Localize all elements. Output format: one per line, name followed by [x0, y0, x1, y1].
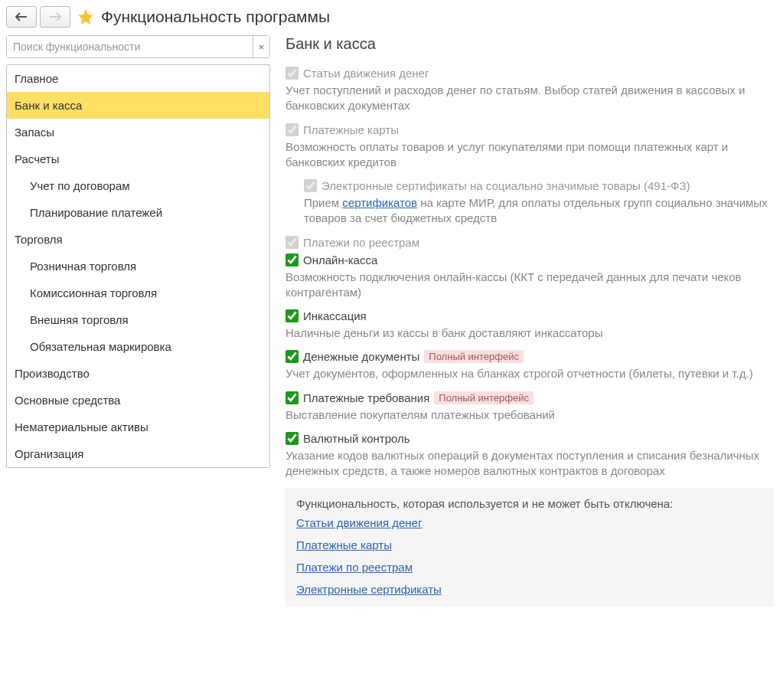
option-checkbox[interactable]	[286, 254, 299, 267]
option-checkbox	[286, 67, 299, 80]
option: Платежи по реестрам	[286, 236, 774, 249]
option-checkbox	[286, 236, 299, 249]
search-clear-button[interactable]: ×	[253, 36, 269, 57]
option-label: Валютный контроль	[303, 432, 410, 445]
search-wrap: ×	[6, 35, 270, 58]
option-label: Статьи движения денег	[303, 67, 429, 80]
nav-item[interactable]: Комиссионная торговля	[7, 280, 269, 306]
layout: × ГлавноеБанк и кассаЗапасыРасчетыУчет п…	[6, 35, 774, 607]
footer-title: Функциональность, которая используется и…	[296, 497, 763, 510]
certificates-link[interactable]: сертификатов	[342, 196, 417, 209]
option-checkbox[interactable]	[286, 309, 299, 322]
option-label: Платежи по реестрам	[303, 236, 419, 249]
option-description: Возможность подключения онлайн-кассы (КК…	[286, 270, 774, 301]
options-list: Статьи движения денегУчет поступлений и …	[286, 67, 774, 479]
footer-link[interactable]: Статьи движения денег	[296, 516, 763, 529]
sidebar: × ГлавноеБанк и кассаЗапасыРасчетыУчет п…	[6, 35, 270, 607]
nav-item[interactable]: Производство	[7, 360, 269, 387]
option: Статьи движения денегУчет поступлений и …	[286, 67, 774, 114]
option-description: Возможность оплаты товаров и услуг покуп…	[286, 139, 774, 171]
option-row: Платежные требованияПолный интерфейс	[286, 391, 774, 404]
option-description: Прием сертификатов на карте МИР, для опл…	[304, 195, 774, 227]
option-checkbox[interactable]	[286, 432, 299, 445]
nav-item[interactable]: Организация	[7, 440, 269, 467]
option-row: Электронные сертификаты на социально зна…	[304, 179, 774, 192]
search-input[interactable]	[7, 36, 253, 57]
interface-badge: Полный интерфейс	[434, 391, 534, 404]
footer-link[interactable]: Электронные сертификаты	[296, 583, 763, 596]
nav-item[interactable]: Основные средства	[7, 387, 269, 414]
option: Денежные документыПолный интерфейсУчет д…	[286, 350, 774, 381]
arrow-left-icon	[15, 12, 28, 21]
arrow-right-icon	[49, 12, 61, 21]
option-description: Учет документов, оформленных на бланках …	[286, 366, 774, 381]
option-label: Инкассация	[303, 309, 367, 322]
option-row: Онлайн-касса	[286, 254, 774, 267]
option: Платежные картыВозможность оплаты товаро…	[286, 123, 774, 171]
option-label: Электронные сертификаты на социально зна…	[321, 179, 690, 192]
option-description: Учет поступлений и расходов денег по ста…	[286, 83, 774, 114]
content: Банк и касса Статьи движения денегУчет п…	[286, 35, 774, 607]
option-row: Валютный контроль	[286, 432, 774, 445]
nav-item[interactable]: Главное	[7, 65, 269, 92]
nav-item[interactable]: Внешняя торговля	[7, 306, 269, 333]
content-title: Банк и касса	[286, 35, 774, 53]
nav-item[interactable]: Розничная торговля	[7, 253, 269, 280]
option: Онлайн-кассаВозможность подключения онла…	[286, 254, 774, 301]
option-label: Онлайн-касса	[303, 254, 377, 267]
nav-item[interactable]: Обязательная маркировка	[7, 333, 269, 360]
option: Электронные сертификаты на социально зна…	[286, 179, 774, 227]
nav-item[interactable]: Планирование платежей	[7, 199, 269, 226]
star-icon	[77, 8, 95, 26]
option-description: Указание кодов валютных операций в докум…	[286, 448, 774, 479]
option-label: Денежные документы	[303, 350, 419, 363]
option-checkbox[interactable]	[286, 391, 299, 404]
nav-forward-button[interactable]	[40, 6, 70, 28]
option-checkbox[interactable]	[286, 350, 299, 363]
option-description: Наличные деньги из кассы в банк доставля…	[286, 325, 774, 341]
nav-item[interactable]: Расчеты	[7, 146, 269, 172]
footer-box: Функциональность, которая используется и…	[286, 488, 774, 607]
footer-link[interactable]: Платежи по реестрам	[296, 561, 763, 574]
nav-item[interactable]: Торговля	[7, 226, 269, 253]
option-row: Платежные карты	[286, 123, 774, 136]
interface-badge: Полный интерфейс	[424, 350, 524, 363]
option-checkbox	[286, 123, 299, 136]
option-row: Денежные документыПолный интерфейс	[286, 350, 774, 363]
option-row: Платежи по реестрам	[286, 236, 774, 249]
footer-link[interactable]: Платежные карты	[296, 538, 763, 551]
nav-item[interactable]: Запасы	[7, 119, 269, 146]
option: ИнкассацияНаличные деньги из кассы в бан…	[286, 309, 774, 341]
option-description: Выставление покупателям платежных требов…	[286, 407, 774, 423]
option: Валютный контрольУказание кодов валютных…	[286, 432, 774, 479]
option-label: Платежные карты	[303, 123, 399, 136]
option-checkbox	[304, 179, 317, 192]
option-row: Инкассация	[286, 309, 774, 322]
nav-item[interactable]: Нематериальные активы	[7, 414, 269, 440]
option-label: Платежные требования	[303, 391, 429, 404]
option-row: Статьи движения денег	[286, 67, 774, 80]
page-title: Функциональность программы	[101, 8, 330, 26]
toolbar: Функциональность программы	[6, 6, 774, 28]
nav-item[interactable]: Банк и касса	[7, 92, 269, 119]
option: Платежные требованияПолный интерфейсВыст…	[286, 391, 774, 423]
nav-list: ГлавноеБанк и кассаЗапасыРасчетыУчет по …	[6, 64, 270, 468]
nav-back-button[interactable]	[6, 6, 37, 28]
nav-item[interactable]: Учет по договорам	[7, 172, 269, 199]
footer-links: Статьи движения денегПлатежные картыПлат…	[296, 516, 763, 596]
